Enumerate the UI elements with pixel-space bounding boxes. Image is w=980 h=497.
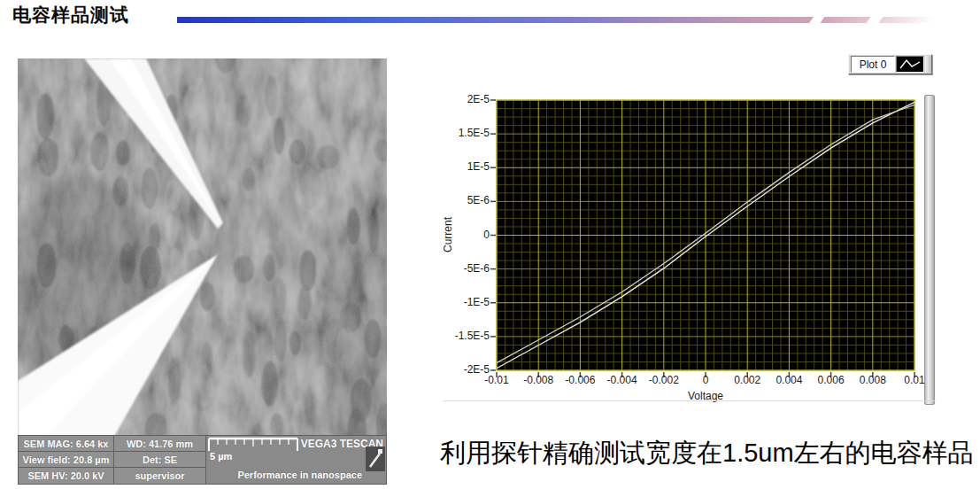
y-tick-label: -1.5E-5 [442, 330, 490, 342]
caption-text: 利用探针精确测试宽度在1.5um左右的电容样品 [440, 436, 975, 471]
graph-frame-line [443, 400, 936, 401]
plot-legend[interactable]: Plot 0 [848, 54, 932, 74]
x-tick-label: -0.006 [557, 374, 603, 386]
x-tick-label: -0.002 [641, 374, 687, 386]
sem-view-field-value: View field: 20.8 µm [19, 452, 113, 467]
sem-wd-value: WD: 41.76 mm [114, 436, 205, 451]
slide: 电容样品测试 [0, 0, 980, 497]
sem-mag-value: SEM MAG: 6.64 kx [19, 436, 113, 451]
sem-info-right-panel: VEGA3 TESCAN 5 µm Performance in nanospa… [206, 436, 386, 484]
scale-bar-ruler [208, 437, 300, 451]
sem-micrograph: SEM MAG: 6.64 kx WD: 41.76 mm View field… [18, 58, 387, 485]
legend-grip [925, 56, 931, 73]
plot-area[interactable] [490, 96, 923, 381]
sem-info-bar: SEM MAG: 6.64 kx WD: 41.76 mm View field… [18, 435, 387, 485]
line-style-icon [896, 56, 924, 73]
sem-operator-value: supervisor [114, 468, 205, 484]
y-tick-label: -1E-5 [442, 296, 490, 308]
sem-tagline: Performance in nanospace [237, 470, 362, 480]
x-tick-label: -0.01 [474, 374, 520, 386]
x-tick-label: 0.01 [891, 374, 938, 386]
x-tick-label: 0.002 [724, 374, 770, 386]
sem-detector-value: Det: SE [114, 452, 205, 467]
x-tick-label: -0.004 [599, 374, 645, 386]
plot-legend-label: Plot 0 [860, 58, 887, 71]
x-tick-label: 0.006 [808, 374, 854, 386]
x-tick-label: 0 [683, 374, 729, 386]
y-tick-label: 2E-5 [442, 93, 490, 105]
x-tick-label: -0.008 [515, 374, 561, 386]
y-tick-label: 1.5E-5 [442, 127, 490, 139]
x-tick-label: 0.004 [766, 374, 812, 386]
y-tick-label: 5E-6 [442, 194, 490, 206]
page-title: 电容样品测试 [12, 3, 129, 27]
y-tick-label: 1E-5 [442, 160, 490, 173]
y-tick-label: 0 [442, 229, 490, 241]
title-accent-stripe [879, 17, 937, 23]
sem-image-canvas [18, 58, 387, 485]
sem-hv-value: SEM HV: 20.0 kV [19, 468, 113, 484]
x-tick-label: 0.008 [850, 374, 896, 386]
title-accent-stripe [821, 17, 871, 23]
title-accent-bar [177, 17, 814, 23]
tescan-logo-icon [366, 447, 385, 471]
graph-scrollbar[interactable] [924, 95, 935, 405]
scale-bar-label: 5 µm [210, 451, 232, 462]
y-tick-label: -5E-6 [442, 262, 490, 275]
